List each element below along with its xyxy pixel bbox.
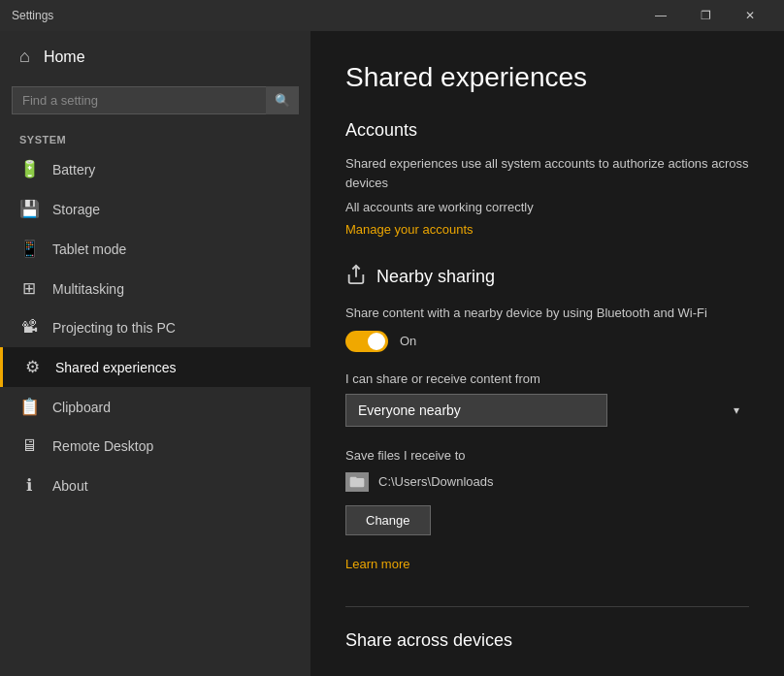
share-from-label: I can share or receive content from xyxy=(345,371,749,386)
sidebar: ⌂ Home 🔍 System 🔋 Battery 💾 Storage 📱 Ta… xyxy=(0,31,310,676)
restore-button[interactable]: ❐ xyxy=(683,0,728,31)
change-button[interactable]: Change xyxy=(345,505,431,535)
sidebar-item-label: Storage xyxy=(52,202,100,217)
projecting-icon: 📽 xyxy=(19,318,39,338)
sidebar-item-clipboard[interactable]: 📋 Clipboard xyxy=(0,387,310,427)
titlebar: Settings — ❐ ✕ xyxy=(0,0,784,31)
toggle-knob xyxy=(368,333,385,350)
titlebar-title: Settings xyxy=(12,9,638,22)
sidebar-item-about[interactable]: ℹ About xyxy=(0,466,310,505)
main-container: ⌂ Home 🔍 System 🔋 Battery 💾 Storage 📱 Ta… xyxy=(0,31,784,676)
remote-desktop-icon: 🖥 xyxy=(19,436,39,456)
clipboard-icon: 📋 xyxy=(19,397,39,417)
search-box: 🔍 xyxy=(12,86,299,114)
nearby-sharing-header: Nearby sharing xyxy=(345,264,749,290)
search-input[interactable] xyxy=(12,86,299,114)
sidebar-item-battery[interactable]: 🔋 Battery xyxy=(0,149,310,189)
nearby-sharing-title: Nearby sharing xyxy=(376,267,495,287)
sidebar-home[interactable]: ⌂ Home xyxy=(0,31,310,82)
accounts-description: Shared experiences use all system accoun… xyxy=(345,154,749,192)
file-path-row: C:\Users\Downloads xyxy=(345,472,749,492)
sidebar-section-header: System xyxy=(0,126,310,149)
about-icon: ℹ xyxy=(19,475,39,496)
battery-icon: 🔋 xyxy=(19,159,39,179)
storage-icon: 💾 xyxy=(19,199,39,219)
nearby-description: Share content with a nearby device by us… xyxy=(345,304,749,323)
nearby-sharing-icon xyxy=(345,264,367,290)
manage-accounts-link[interactable]: Manage your accounts xyxy=(345,222,474,237)
sidebar-item-tablet-mode[interactable]: 📱 Tablet mode xyxy=(0,229,310,269)
sidebar-item-label: Projecting to this PC xyxy=(52,320,176,336)
sidebar-item-label: About xyxy=(52,478,88,494)
search-button[interactable]: 🔍 xyxy=(266,86,299,114)
toggle-row: On xyxy=(345,331,749,352)
minimize-button[interactable]: — xyxy=(638,0,683,31)
sidebar-item-shared-experiences[interactable]: ⚙ Shared experiences xyxy=(0,347,310,387)
section-divider xyxy=(345,606,749,607)
nearby-sharing-toggle[interactable] xyxy=(345,331,388,352)
page-title: Shared experiences xyxy=(345,62,749,93)
sidebar-item-label: Battery xyxy=(52,162,95,177)
home-icon: ⌂ xyxy=(19,47,30,67)
sidebar-item-label: Tablet mode xyxy=(52,241,126,257)
save-files-label: Save files I receive to xyxy=(345,448,749,463)
share-from-dropdown[interactable]: Everyone nearby My devices only xyxy=(345,394,607,427)
toggle-state-label: On xyxy=(400,334,416,348)
sidebar-item-multitasking[interactable]: ⊞ Multitasking xyxy=(0,269,310,308)
sidebar-item-storage[interactable]: 💾 Storage xyxy=(0,189,310,229)
accounts-status: All accounts are working correctly xyxy=(345,200,749,214)
learn-more-link[interactable]: Learn more xyxy=(345,557,409,571)
home-label: Home xyxy=(44,48,85,66)
sidebar-item-label: Clipboard xyxy=(52,400,111,415)
dropdown-container: Everyone nearby My devices only ▾ xyxy=(345,394,749,427)
chevron-down-icon: ▾ xyxy=(734,403,739,417)
titlebar-controls: — ❐ ✕ xyxy=(638,0,772,31)
accounts-section-title: Accounts xyxy=(345,120,749,141)
folder-icon xyxy=(345,472,369,492)
share-across-title: Share across devices xyxy=(345,630,749,651)
sidebar-item-label: Shared experiences xyxy=(55,360,177,375)
tablet-icon: 📱 xyxy=(19,239,39,259)
sidebar-item-projecting[interactable]: 📽 Projecting to this PC xyxy=(0,308,310,347)
sidebar-item-remote-desktop[interactable]: 🖥 Remote Desktop xyxy=(0,427,310,466)
close-button[interactable]: ✕ xyxy=(728,0,772,31)
sidebar-item-label: Multitasking xyxy=(52,281,124,297)
sidebar-item-label: Remote Desktop xyxy=(52,438,153,454)
file-path-text: C:\Users\Downloads xyxy=(378,474,494,489)
shared-experiences-icon: ⚙ xyxy=(22,357,42,377)
content-area: Shared experiences Accounts Shared exper… xyxy=(310,31,784,676)
multitasking-icon: ⊞ xyxy=(19,278,39,299)
